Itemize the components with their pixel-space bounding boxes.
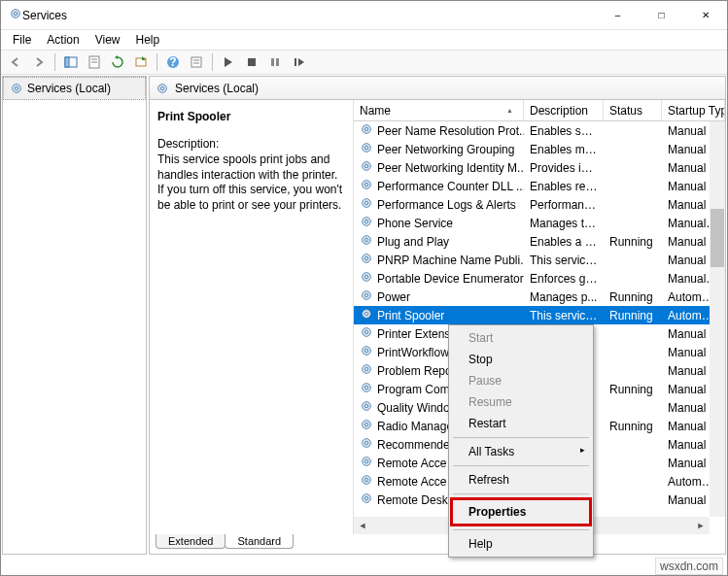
service-status: Running [604,420,662,433]
svg-text:?: ? [169,55,176,69]
column-description[interactable]: Description [524,100,604,120]
export-button[interactable] [130,51,152,73]
vertical-scrollbar[interactable] [710,121,725,517]
details-button[interactable] [186,51,207,73]
svg-point-58 [364,459,368,463]
gear-icon [360,252,373,268]
service-name: Program Com [377,383,450,396]
svg-point-24 [364,146,368,150]
column-name[interactable]: Name▲ [354,100,524,120]
service-desc: Manages th... [524,217,604,230]
service-name: Plug and Play [377,235,449,249]
svg-point-20 [160,86,164,90]
gear-icon [360,122,373,139]
service-name: Peer Networking Identity M... [377,161,524,175]
table-row[interactable]: Peer Name Resolution Prot...Enables serv… [354,121,725,140]
close-button[interactable]: ✕ [683,1,727,30]
show-hide-tree-button[interactable] [60,51,82,73]
tab-extended[interactable]: Extended [156,534,225,549]
column-status[interactable]: Status [604,100,662,120]
ctx-stop[interactable]: Stop [451,349,591,370]
stop-service-button[interactable] [241,51,262,73]
service-desc: Enables rem... [524,180,604,193]
ctx-all-tasks[interactable]: All Tasks [451,441,591,462]
ctx-pause: Pause [451,370,591,391]
table-row[interactable]: Peer Networking GroupingEnables mul...Ma… [354,140,725,158]
ctx-properties[interactable]: Properties [450,497,592,526]
table-row[interactable]: Print SpoolerThis service ...RunningAuto… [354,306,725,324]
menu-view[interactable]: View [87,31,128,49]
service-name: Print Spooler [377,309,444,322]
svg-rect-13 [248,58,256,66]
header-title: Services (Local) [175,82,259,95]
maximize-button[interactable]: □ [640,1,683,30]
tree-item-services-local[interactable]: Services (Local) [3,77,146,100]
menu-help[interactable]: Help [128,31,168,49]
table-row[interactable]: PowerManages p...RunningAutomatic [354,288,725,306]
refresh-button[interactable] [107,51,128,73]
start-service-button[interactable] [218,51,239,73]
ctx-resume: Resume [451,391,591,413]
table-row[interactable]: Plug and PlayEnables a c...RunningManual [354,232,725,251]
ctx-refresh[interactable]: Refresh [451,469,591,491]
service-name: Problem Repo [377,364,452,378]
service-name: PNRP Machine Name Publi... [377,254,524,267]
table-row[interactable]: Performance Counter DLL ...Enables rem..… [354,177,725,195]
table-row[interactable]: Portable Device Enumerator...Enforces gr… [354,269,725,288]
ctx-help[interactable]: Help [451,533,591,555]
svg-point-60 [364,478,368,482]
table-row[interactable]: PNRP Machine Name Publi...This service .… [354,251,725,269]
description-label: Description: [157,137,343,151]
svg-rect-3 [65,57,69,67]
sort-asc-icon: ▲ [506,107,513,114]
service-name: Portable Device Enumerator... [377,272,524,286]
service-desc: Enables mul... [524,143,604,156]
svg-point-30 [364,201,368,205]
forward-button[interactable] [28,51,50,73]
tab-standard[interactable]: Standard [225,534,294,549]
svg-point-32 [364,220,368,223]
minimize-button[interactable]: – [596,1,640,30]
gear-icon [360,141,373,157]
service-name: Phone Service [377,217,453,230]
menu-file[interactable]: File [5,31,39,49]
back-button[interactable] [5,51,26,73]
pause-service-button[interactable] [264,51,286,73]
description-panel: Print Spooler Description: This service … [150,100,354,534]
service-desc: Provides ide... [524,161,604,175]
gear-icon [360,362,373,379]
restart-service-button[interactable] [288,51,309,73]
table-row[interactable]: Performance Logs & AlertsPerformanc...Ma… [354,195,725,214]
gear-icon [360,270,373,287]
service-name: PrintWorkflow [377,346,449,359]
service-name: Quality Windo [377,401,450,415]
help-button[interactable]: ? [162,51,184,73]
status-text: wsxdn.com [660,559,718,573]
svg-point-38 [364,275,368,279]
title-bar: Services – □ ✕ [1,1,727,30]
table-row[interactable]: Peer Networking Identity M...Provides id… [354,158,725,177]
ctx-restart[interactable]: Restart [451,413,591,434]
gear-icon [360,233,373,250]
svg-point-28 [364,183,368,186]
properties-button[interactable] [84,51,105,73]
svg-point-22 [364,127,368,131]
scrollbar-thumb[interactable] [711,209,724,267]
scroll-right-button[interactable]: ► [692,517,710,534]
svg-point-52 [364,404,368,408]
gear-icon [9,7,22,23]
gear-icon [360,473,373,490]
table-row[interactable]: Phone ServiceManages th...Manual (Tr [354,214,725,232]
main-area: Services (Local) Services (Local) Print … [1,75,727,556]
tree-item-label: Services (Local) [27,82,111,95]
svg-point-42 [364,312,368,316]
svg-point-26 [364,164,368,168]
menu-action[interactable]: Action [39,31,87,49]
scroll-left-button[interactable]: ◄ [354,517,371,534]
service-name: Recommende [377,438,450,452]
svg-point-44 [364,330,368,334]
gear-icon [360,288,373,305]
service-name: Peer Name Resolution Prot... [377,124,524,138]
column-startup-type[interactable]: Startup Typ [662,100,725,120]
service-name: Remote Acce [377,457,446,470]
